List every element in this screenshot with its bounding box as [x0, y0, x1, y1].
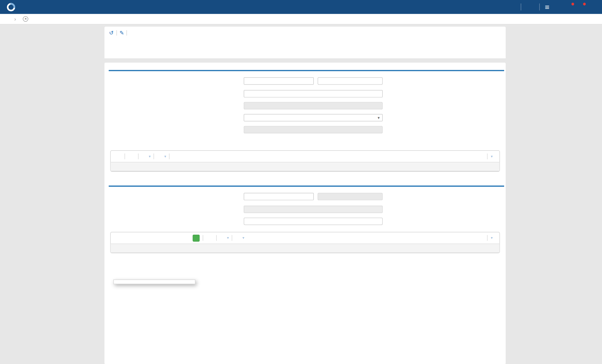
- zahajit-fazi-button: [244, 126, 383, 133]
- clock-icon: [508, 4, 513, 10]
- chevron-down-icon: ▿: [164, 155, 166, 158]
- record-header-card: ↺ ✎: [104, 27, 506, 58]
- vypocet-lhut-button[interactable]: [318, 77, 383, 85]
- topbar-actions: ≡: [508, 3, 596, 11]
- nen-logo-icon: [6, 2, 16, 12]
- export-icon: [235, 235, 240, 240]
- filter-icon[interactable]: [479, 154, 484, 159]
- nabidky-otevirani-datetime-input: [244, 206, 383, 213]
- calendar-icon[interactable]: [283, 194, 288, 199]
- edit-record-icon[interactable]: ✎: [119, 30, 124, 36]
- topbar: ≡: [0, 0, 602, 14]
- stahnout-nabidky-button[interactable]: [206, 235, 213, 240]
- otevirani-button[interactable]: [193, 234, 200, 241]
- export-table-button[interactable]: ▿: [235, 235, 244, 240]
- typ-podani-select[interactable]: ▾: [244, 114, 383, 121]
- record-toolbar: ↺ ✎: [104, 27, 506, 37]
- export-table-button[interactable]: ▿: [157, 154, 166, 159]
- chevron-down-icon: ▿: [227, 236, 229, 240]
- download-icon: [492, 142, 498, 147]
- divider: [216, 235, 217, 241]
- section-title-nabidky: [109, 183, 504, 187]
- printer-icon: [142, 154, 147, 159]
- evidovat-zadost-button[interactable]: [115, 154, 122, 159]
- print-table-button[interactable]: ▿: [220, 235, 229, 240]
- divider: [125, 154, 125, 159]
- create-vz-button[interactable]: [526, 4, 534, 10]
- stahnout-zadosti-button[interactable]: [128, 154, 135, 159]
- document-edit-icon: [115, 154, 120, 159]
- odeslani-vyzvy-zadosti-button: [244, 102, 383, 109]
- divider: [232, 235, 232, 241]
- divider: [169, 154, 170, 159]
- menu-icon[interactable]: ≡: [545, 3, 549, 11]
- zadosti-table: ▿ ▿ ▿: [110, 150, 500, 172]
- printer-icon: [220, 235, 225, 240]
- refresh-icon[interactable]: ↺: [109, 30, 114, 36]
- zadosti-table-toolbar: ▿ ▿ ▿: [111, 151, 500, 162]
- home-icon[interactable]: [5, 16, 11, 22]
- filter-chevron-icon[interactable]: ▿: [491, 155, 492, 158]
- export-icon: [157, 154, 162, 159]
- divider: [487, 154, 487, 159]
- context-menu: [113, 279, 195, 284]
- notification-badge: [583, 3, 586, 5]
- otevirani-datetime-input[interactable]: [244, 90, 383, 97]
- download-icon: [128, 154, 133, 159]
- vypocet-lhut-button: [318, 193, 383, 200]
- divider: [521, 3, 521, 10]
- page-background: ↺ ✎: [0, 24, 602, 364]
- filter-chevron-icon[interactable]: ▿: [491, 236, 492, 240]
- zadosti-table-head: [111, 162, 500, 171]
- odeslani-vyzvy-nabidek-button[interactable]: [244, 218, 383, 225]
- user-profile-button[interactable]: [589, 4, 596, 10]
- section-title-zadost: [109, 68, 504, 71]
- nabidky-table-toolbar: ▿ ▿ ▿: [111, 232, 500, 244]
- chevron-down-icon: ▿: [242, 236, 244, 240]
- divider: [203, 235, 203, 241]
- messages-button[interactable]: [578, 4, 584, 10]
- tabs: [106, 40, 506, 49]
- divider: [116, 30, 117, 36]
- edit-icon: [526, 4, 532, 10]
- filter-icon[interactable]: [479, 235, 484, 241]
- downloads-button[interactable]: [566, 4, 573, 10]
- server-time: [508, 4, 516, 10]
- chevron-down-icon: ▿: [149, 155, 151, 158]
- notification-badge: [571, 3, 574, 5]
- divider: [487, 235, 487, 241]
- main-panel: ▾: [104, 63, 506, 364]
- divider: [127, 30, 127, 36]
- calendar-button[interactable]: [554, 4, 561, 10]
- lhuta-datetime-input[interactable]: [244, 77, 314, 85]
- chevron-down-icon: ▾: [378, 116, 380, 120]
- nabidky-table: ▿ ▿ ▿: [110, 232, 500, 253]
- calendar-icon[interactable]: [312, 91, 316, 96]
- breadcrumb-bar: › ×: [0, 14, 602, 24]
- divider: [154, 154, 154, 159]
- calendar-icon: [312, 207, 316, 212]
- print-table-button[interactable]: ▿: [142, 154, 151, 159]
- files-link[interactable]: [492, 142, 500, 147]
- chevron-right-icon: ›: [14, 16, 16, 22]
- nen-logo[interactable]: [6, 2, 21, 12]
- divider: [138, 154, 139, 159]
- nabidky-table-head: [111, 244, 500, 253]
- calendar-icon[interactable]: [283, 79, 288, 83]
- nabidky-lhuta-datetime-input[interactable]: [244, 193, 314, 200]
- download-icon: [206, 235, 211, 240]
- close-record-icon[interactable]: ×: [23, 16, 28, 21]
- divider: [539, 3, 540, 10]
